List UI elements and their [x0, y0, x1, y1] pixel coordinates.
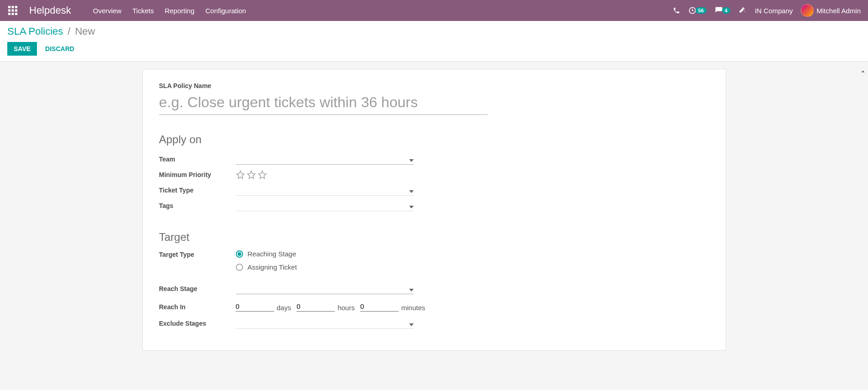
radio-assigning-ticket[interactable]: Assigning Ticket — [236, 263, 297, 271]
navbar: Helpdesk Overview Tickets Reporting Conf… — [0, 0, 868, 21]
caret-icon — [409, 323, 414, 326]
row-reach-stage: Reach Stage — [159, 282, 709, 296]
caret-icon — [409, 206, 414, 208]
reach-in-minutes-input[interactable] — [360, 302, 399, 312]
star-3[interactable] — [258, 170, 267, 179]
policy-name-label: SLA Policy Name — [159, 82, 709, 89]
section-apply-on: Apply on — [159, 133, 709, 146]
star-1[interactable] — [236, 170, 245, 179]
reach-stage-select[interactable] — [236, 283, 414, 294]
activities-icon[interactable]: 56 — [688, 6, 707, 15]
caret-icon — [409, 289, 414, 291]
svg-rect-5 — [15, 10, 17, 12]
radio-reaching-stage[interactable]: Reaching Stage — [236, 250, 297, 258]
user-name: Mitchell Admin — [816, 7, 861, 15]
svg-rect-8 — [15, 13, 17, 15]
save-button[interactable]: SAVE — [7, 42, 37, 56]
phone-icon[interactable] — [673, 7, 680, 14]
messages-icon[interactable]: 4 — [715, 6, 730, 15]
radio-label: Assigning Ticket — [248, 263, 297, 271]
tags-select[interactable] — [236, 200, 414, 211]
unit-days: days — [277, 304, 291, 312]
radio-icon — [236, 264, 243, 271]
label-target-type: Target Type — [159, 250, 236, 258]
svg-rect-2 — [15, 6, 17, 8]
nav-configuration[interactable]: Configuration — [205, 7, 246, 15]
radio-label: Reaching Stage — [248, 250, 296, 258]
svg-rect-1 — [12, 6, 14, 8]
form-container: SLA Policy Name Apply on Team Minimum Pr… — [0, 62, 868, 388]
radio-icon — [236, 250, 243, 258]
label-exclude-stages: Exclude Stages — [159, 320, 236, 327]
breadcrumb-root[interactable]: SLA Policies — [7, 26, 63, 37]
row-ticket-type: Ticket Type — [159, 183, 709, 197]
breadcrumb: SLA Policies / New — [7, 26, 861, 37]
unit-hours: hours — [338, 304, 355, 312]
label-reach-in: Reach In — [159, 303, 236, 311]
caret-icon — [409, 159, 414, 162]
svg-rect-4 — [12, 10, 14, 12]
reach-in-days-input[interactable] — [236, 302, 274, 312]
priority-stars — [236, 170, 267, 179]
section-target: Target — [159, 231, 709, 244]
row-exclude-stages: Exclude Stages — [159, 317, 709, 330]
label-priority: Minimum Priority — [159, 171, 236, 178]
row-priority: Minimum Priority — [159, 168, 709, 182]
scroll-up-icon[interactable] — [859, 68, 867, 76]
exclude-stages-select[interactable] — [236, 318, 414, 329]
row-target-type: Target Type Reaching Stage Assigning Tic… — [159, 250, 709, 271]
navbar-right: 56 4 IN Company Mitchell Admin — [673, 4, 861, 17]
label-tags: Tags — [159, 202, 236, 209]
user-menu[interactable]: Mitchell Admin — [801, 4, 861, 17]
company-selector[interactable]: IN Company — [755, 7, 793, 15]
reach-in-group: days hours minutes — [236, 302, 428, 312]
row-team: Team — [159, 152, 709, 166]
nav-menu: Overview Tickets Reporting Configuration — [93, 7, 246, 15]
ticket-type-select[interactable] — [236, 185, 414, 196]
cp-actions: SAVE DISCARD — [7, 42, 861, 56]
apps-icon[interactable] — [7, 5, 18, 16]
svg-rect-0 — [8, 6, 10, 8]
nav-overview[interactable]: Overview — [93, 7, 122, 15]
team-select[interactable] — [236, 154, 414, 165]
label-team: Team — [159, 156, 236, 163]
app-title[interactable]: Helpdesk — [29, 5, 71, 16]
row-reach-in: Reach In days hours minutes — [159, 300, 709, 314]
svg-rect-6 — [8, 13, 10, 15]
row-tags: Tags — [159, 199, 709, 213]
label-ticket-type: Ticket Type — [159, 187, 236, 194]
reach-in-hours-input[interactable] — [296, 302, 335, 312]
tools-icon[interactable] — [738, 6, 747, 15]
svg-rect-7 — [12, 13, 14, 15]
caret-icon — [409, 190, 414, 193]
activities-badge: 56 — [696, 7, 707, 14]
control-panel: SLA Policies / New SAVE DISCARD — [0, 21, 868, 62]
avatar — [801, 4, 814, 17]
policy-name-input[interactable] — [159, 92, 488, 115]
unit-minutes: minutes — [401, 304, 426, 312]
star-2[interactable] — [247, 170, 256, 179]
nav-reporting[interactable]: Reporting — [165, 7, 194, 15]
target-type-radio-group: Reaching Stage Assigning Ticket — [236, 250, 297, 271]
nav-tickets[interactable]: Tickets — [132, 7, 154, 15]
form-sheet: SLA Policy Name Apply on Team Minimum Pr… — [142, 69, 726, 351]
discard-button[interactable]: DISCARD — [45, 45, 74, 52]
svg-rect-3 — [8, 10, 10, 12]
breadcrumb-sep: / — [68, 26, 70, 37]
messages-badge: 4 — [722, 7, 730, 14]
breadcrumb-current: New — [75, 26, 95, 37]
label-reach-stage: Reach Stage — [159, 285, 236, 292]
